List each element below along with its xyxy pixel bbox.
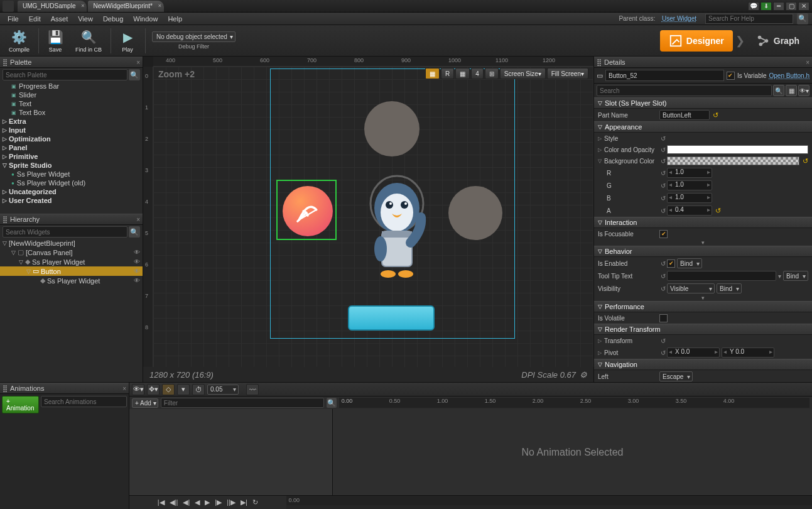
menu-debug[interactable]: Debug xyxy=(98,15,128,23)
expand-icon[interactable]: ▾ xyxy=(594,295,812,301)
is-volatile-checkbox[interactable] xyxy=(659,314,668,322)
reset-icon[interactable]: ↺ xyxy=(659,170,667,177)
grid-snap-value[interactable]: 4 xyxy=(471,68,484,79)
close-icon[interactable]: × xyxy=(136,216,140,223)
menu-view[interactable]: View xyxy=(73,15,98,23)
search-icon[interactable]: 🔍 xyxy=(327,398,337,408)
close-button[interactable]: ✕ xyxy=(798,2,809,11)
curve-editor-button[interactable]: 〰 xyxy=(246,384,259,395)
key-dropdown[interactable]: ▾ xyxy=(177,384,190,395)
part-name-field[interactable] xyxy=(659,110,710,120)
help-search[interactable] xyxy=(705,14,793,24)
animations-search[interactable] xyxy=(41,396,127,407)
category-appearance[interactable]: ▽Appearance xyxy=(594,121,812,133)
reset-icon[interactable]: ↺ xyxy=(659,285,667,292)
goto-start-icon[interactable]: |◀ xyxy=(156,498,166,506)
snap-toggle[interactable]: ✥▾ xyxy=(147,384,160,395)
reset-icon[interactable]: ↺ xyxy=(659,337,667,344)
search-icon[interactable]: 🔍 xyxy=(773,85,784,96)
menu-file[interactable]: File xyxy=(3,15,24,23)
palette-category[interactable]: ▷Panel xyxy=(0,143,143,152)
menu-help[interactable]: Help xyxy=(163,15,187,23)
animations-panel-header[interactable]: ⣿ Animations × xyxy=(0,383,129,394)
reset-icon[interactable]: ↺ xyxy=(659,135,667,142)
goto-end-icon[interactable]: ▶| xyxy=(239,498,249,506)
is-enabled-checkbox[interactable]: ✔ xyxy=(667,260,675,268)
bind-dropdown[interactable]: Bind xyxy=(677,258,702,268)
category-performance[interactable]: ▽Performance xyxy=(594,301,812,312)
color-swatch[interactable] xyxy=(667,145,808,154)
add-animation-button[interactable]: + Animation xyxy=(2,396,39,413)
hierarchy-item[interactable]: ◆Ss Player Widget👁 xyxy=(0,276,143,285)
details-panel-header[interactable]: ⣿ Details × xyxy=(594,57,812,68)
r-value[interactable]: 1.0 xyxy=(667,168,712,178)
document-tab[interactable]: UMG_HUDSample × xyxy=(18,1,87,12)
nav-left-dropdown[interactable]: Escape xyxy=(659,371,693,381)
frame-forward-icon[interactable]: |▶ xyxy=(214,498,223,506)
category-behavior[interactable]: ▽Behavior xyxy=(594,246,812,257)
screen-size-dropdown[interactable]: Screen Size ▾ xyxy=(500,68,546,79)
search-icon[interactable]: 🔍 xyxy=(797,13,808,25)
key-button[interactable]: ◇ xyxy=(162,384,175,395)
category-slot[interactable]: ▽Slot (Ss Player Slot) xyxy=(594,97,812,109)
reset-icon[interactable]: ↺ xyxy=(659,260,667,267)
hierarchy-item-selected[interactable]: ▽▭Button👁 xyxy=(0,266,143,276)
category-interaction[interactable]: ▽Interaction xyxy=(594,217,812,228)
close-icon[interactable]: × xyxy=(136,59,140,66)
visibility-icon[interactable]: 👁 xyxy=(134,277,140,284)
reset-icon[interactable]: ↺ xyxy=(659,158,667,165)
open-header-link[interactable]: Open Button.h xyxy=(769,72,810,79)
palette-search[interactable] xyxy=(3,69,127,80)
selected-widget[interactable] xyxy=(276,180,337,240)
widget-name-field[interactable] xyxy=(605,70,724,81)
play-button[interactable]: ▶ Play xyxy=(114,27,141,54)
close-icon[interactable]: × xyxy=(158,3,161,9)
hierarchy-item[interactable]: ▽◆Ss Player Widget👁 xyxy=(0,257,143,266)
close-icon[interactable]: × xyxy=(81,3,84,9)
frame-back-icon[interactable]: ◀| xyxy=(181,498,191,506)
palette-item[interactable]: ▣Slider xyxy=(0,90,143,99)
notification-icon[interactable]: 💬 xyxy=(748,2,759,11)
document-tab[interactable]: NewWidgetBlueprint* × xyxy=(88,1,164,12)
details-search[interactable] xyxy=(597,85,772,96)
palette-category[interactable]: ▷User Created xyxy=(0,196,143,205)
reset-icon[interactable]: ↺ xyxy=(713,111,718,119)
gear-icon[interactable]: ⚙ xyxy=(580,370,587,380)
palette-item[interactable]: ▣Progress Bar xyxy=(0,82,143,90)
debug-object-dropdown[interactable]: No debug object selected xyxy=(152,31,235,42)
reset-icon[interactable]: ↺ xyxy=(659,146,667,153)
timeline-body[interactable]: No Animation Selected xyxy=(333,409,812,495)
play-reverse-icon[interactable]: ◀ xyxy=(193,498,201,506)
menu-edit[interactable]: Edit xyxy=(24,15,46,23)
property-matrix-icon[interactable]: ▦ xyxy=(786,85,797,96)
hierarchy-panel-header[interactable]: ⣿ Hierarchy × xyxy=(0,214,143,225)
render-transform-button[interactable]: R xyxy=(441,68,454,79)
tooltip-field[interactable] xyxy=(667,271,776,281)
designer-mode-tab[interactable]: Designer xyxy=(660,30,733,52)
visibility-icon[interactable]: 👁 xyxy=(134,249,140,256)
pivot-y[interactable]: Y 0.0 xyxy=(722,348,774,358)
view-toggle[interactable]: 👁▾ xyxy=(132,384,144,395)
visibility-dropdown[interactable]: Visible xyxy=(667,283,715,293)
menu-window[interactable]: Window xyxy=(128,15,163,23)
grid-snap-button[interactable]: ▦ xyxy=(455,68,470,79)
palette-category[interactable]: ▷Primitive xyxy=(0,152,143,161)
palette-category[interactable]: ▷Uncategorized xyxy=(0,187,143,196)
eye-icon[interactable]: 👁▾ xyxy=(798,85,809,96)
reset-icon[interactable]: ↺ xyxy=(659,349,667,356)
timeline-ruler[interactable]: 0.00 0.50 1.00 1.50 2.00 2.50 3.00 3.50 … xyxy=(339,398,809,408)
step-forward-icon[interactable]: ||▶ xyxy=(225,498,237,506)
palette-category[interactable]: ▷Optimization xyxy=(0,134,143,143)
hierarchy-search[interactable] xyxy=(3,226,127,238)
maximize-button[interactable]: ▢ xyxy=(786,2,797,11)
reset-icon[interactable]: ↺ xyxy=(803,157,808,165)
bind-dropdown[interactable]: Bind xyxy=(783,271,808,281)
compile-button[interactable]: ⚙️ Compile xyxy=(4,27,35,54)
timeline-scrollbar[interactable]: 0.00 xyxy=(286,495,812,505)
reset-icon[interactable]: ↺ xyxy=(659,207,667,214)
fill-screen-dropdown[interactable]: Fill Screen ▾ xyxy=(547,68,588,79)
is-variable-checkbox[interactable]: ✔ xyxy=(727,72,735,80)
step-back-icon[interactable]: ◀|| xyxy=(168,498,180,506)
reset-icon[interactable]: ↺ xyxy=(659,273,667,280)
close-icon[interactable]: × xyxy=(122,385,126,392)
